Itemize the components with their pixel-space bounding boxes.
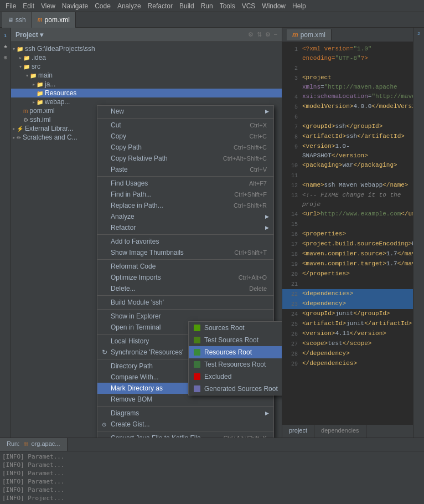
run-tab-name: org.apac... <box>32 440 60 447</box>
menu-tools[interactable]: Tools <box>216 1 239 11</box>
run-tab-label: Run: <box>7 440 19 447</box>
cm-replace-in-path[interactable]: Replace in Path...Ctrl+Shift+R <box>97 200 273 211</box>
menu-file[interactable]: File <box>2 1 19 11</box>
cm-build-module[interactable]: Build Module 'ssh' <box>97 297 273 308</box>
menu-code[interactable]: Code <box>91 1 114 11</box>
code-line-1: 1 <?xml version="1.0" encoding="UTF-8"?> <box>282 44 413 63</box>
tab-bar: 🖥 ssh m pom.xml <box>0 12 424 28</box>
sidebar-right-2-icon[interactable]: 2 <box>415 29 423 38</box>
cm-analyze[interactable]: Analyze <box>97 211 273 222</box>
gear-icon[interactable]: ⚙ <box>265 31 271 38</box>
settings-icon[interactable]: ⚙ <box>248 31 254 38</box>
tree-item-java[interactable]: ▸ 📁 ja... <box>11 80 282 89</box>
code-line-27: 27 <scope>test</scope> <box>282 339 413 349</box>
menu-navigate[interactable]: Navigate <box>59 1 91 11</box>
menu-refactor[interactable]: Refactor <box>144 1 176 11</box>
cm-sep-4 <box>97 259 273 260</box>
sidebar-right: 2 <box>413 28 424 438</box>
sm-excluded[interactable]: Excluded <box>189 371 282 383</box>
sm-generated-sources-root[interactable]: Generated Sources Root <box>189 383 282 395</box>
bottom-content: [INFO] Paramet... [INFO] Paramet... [INF… <box>0 451 424 504</box>
cm-paste[interactable]: PasteCtrl+V <box>97 164 273 175</box>
cm-reformat[interactable]: Reformat Code <box>97 261 273 272</box>
cm-sep-6 <box>97 309 273 310</box>
editor-tab-project[interactable]: project <box>282 425 314 438</box>
run-line-6: [INFO] Project... <box>2 494 422 502</box>
code-line-18: 18 <maven.compiler.source>1.7</mav <box>282 249 413 259</box>
code-line-3: 3 <project xmlns="http://maven.apache <box>282 73 413 92</box>
sidebar-left: 1 ★ ⊕ <box>0 28 11 438</box>
cm-cut[interactable]: CutCtrl+X <box>97 120 273 131</box>
code-line-8: 8 <artifactId>ssh</artifactId> <box>282 132 413 142</box>
cm-delete[interactable]: Delete...Delete <box>97 283 273 294</box>
menu-edit[interactable]: Edit <box>19 1 38 11</box>
cm-copy-path[interactable]: Copy PathCtrl+Shift+C <box>97 142 273 153</box>
webapp-folder-icon: 📁 <box>37 99 43 105</box>
scratches-icon: ✏ <box>17 135 21 141</box>
tree-item-main[interactable]: ▾ 📁 main <box>11 71 282 80</box>
cm-sep-2 <box>97 176 273 177</box>
code-line-17: 17 <project.build.sourceEncoding>U <box>282 239 413 249</box>
tree-item-idea[interactable]: ▸ 📁 .idea <box>11 53 282 62</box>
menu-run[interactable]: Run <box>198 1 216 11</box>
cm-show-thumbnails[interactable]: Show Image ThumbnailsCtrl+Shift+T <box>97 247 273 258</box>
menu-window[interactable]: Window <box>258 1 289 11</box>
tree-item-src[interactable]: ▾ 📁 src <box>11 62 282 71</box>
pom-icon: m <box>38 17 43 23</box>
editor-tab-pom[interactable]: m pom.xml <box>287 29 332 40</box>
cm-add-favorites[interactable]: Add to Favorites <box>97 236 273 247</box>
tab-ssh-label: ssh <box>15 16 26 24</box>
menu-help[interactable]: Help <box>289 1 309 11</box>
code-line-6: 6 <box>282 112 413 122</box>
tab-pom-xml[interactable]: m pom.xml <box>32 12 76 28</box>
menu-view[interactable]: View <box>38 1 59 11</box>
editor-tab-dependencies[interactable]: dependencies <box>314 425 366 438</box>
cm-copy-relative-path[interactable]: Copy Relative PathCtrl+Alt+Shift+C <box>97 153 273 164</box>
cm-find-usages[interactable]: Find UsagesAlt+F7 <box>97 178 273 189</box>
sm-sources-root[interactable]: Sources Root <box>189 322 282 334</box>
cm-optimize-imports[interactable]: Optimize ImportsCtrl+Alt+O <box>97 272 273 283</box>
code-line-16: 16 <properties> <box>282 229 413 239</box>
sm-test-resources-root[interactable]: Test Resources Root <box>189 358 282 371</box>
menu-vcs[interactable]: VCS <box>239 1 259 11</box>
sidebar-web-icon[interactable]: ⊕ <box>1 53 10 62</box>
editor-area: m pom.xml 1 <?xml version="1.0" encoding… <box>282 28 413 438</box>
tree-item-ssh-root[interactable]: ▾ 📁 ssh G:\IdeaProjects\ssh <box>11 44 282 53</box>
code-line-21: 21 <box>282 279 413 289</box>
run-line-5: [INFO] Paramet... <box>2 486 422 494</box>
mark-directory-submenu: Sources Root Test Sources Root Resources… <box>188 321 282 395</box>
tab-ssh[interactable]: 🖥 ssh <box>2 12 32 28</box>
cm-show-explorer[interactable]: Show in Explorer <box>97 311 273 322</box>
code-line-11: 11 <box>282 171 413 181</box>
libs-icon: ⚡ <box>17 126 23 132</box>
close-panel-icon[interactable]: − <box>274 31 277 38</box>
cm-remove-bom[interactable]: Remove BOM <box>97 394 273 405</box>
tree-item-resources[interactable]: 📁 Resources <box>11 89 282 97</box>
cm-create-gist[interactable]: ⊙ Create Gist... <box>97 419 273 430</box>
menu-build[interactable]: Build <box>176 1 198 11</box>
pom-file-icon: m <box>23 108 28 114</box>
editor-content[interactable]: 1 <?xml version="1.0" encoding="UTF-8"?>… <box>282 42 413 424</box>
bottom-tab-run[interactable]: Run: m org.apac... <box>0 438 68 451</box>
code-line-7: 7 <groupId>ssh</groupId> <box>282 122 413 132</box>
sm-test-sources-root[interactable]: Test Sources Root <box>189 334 282 346</box>
sidebar-favorites-icon[interactable]: ★ <box>1 42 10 51</box>
cm-copy[interactable]: CopyCtrl+C <box>97 131 273 142</box>
project-panel: Project ▾ ⚙ ⇅ ⚙ − ▾ 📁 ssh G:\IdeaProject… <box>11 28 282 438</box>
sidebar-project-icon[interactable]: 1 <box>1 31 10 40</box>
cm-diagrams[interactable]: Diagrams <box>97 408 273 419</box>
cm-convert-kotlin[interactable]: Convert Java File to Kotlin FileCtrl+Alt… <box>97 433 273 438</box>
idea-folder-icon: 📁 <box>23 55 30 61</box>
cm-new[interactable]: New <box>97 106 273 117</box>
sm-resources-root[interactable]: Resources Root <box>189 346 282 358</box>
cm-find-in-path[interactable]: Find in Path...Ctrl+Shift+F <box>97 189 273 200</box>
code-line-20: 20 </properties> <box>282 269 413 279</box>
java-folder-icon: 📁 <box>37 81 43 88</box>
cm-refactor[interactable]: Refactor <box>97 222 273 233</box>
code-line-5: 5 <modelVersion>4.0.0</modelVersion> <box>282 102 413 112</box>
cm-sep-5 <box>97 295 273 296</box>
menu-analyze[interactable]: Analyze <box>114 1 144 11</box>
ssh-icon: 🖥 <box>8 17 13 23</box>
sort-icon[interactable]: ⇅ <box>257 31 262 38</box>
panel-header-icons: ⚙ ⇅ ⚙ − <box>248 31 277 38</box>
